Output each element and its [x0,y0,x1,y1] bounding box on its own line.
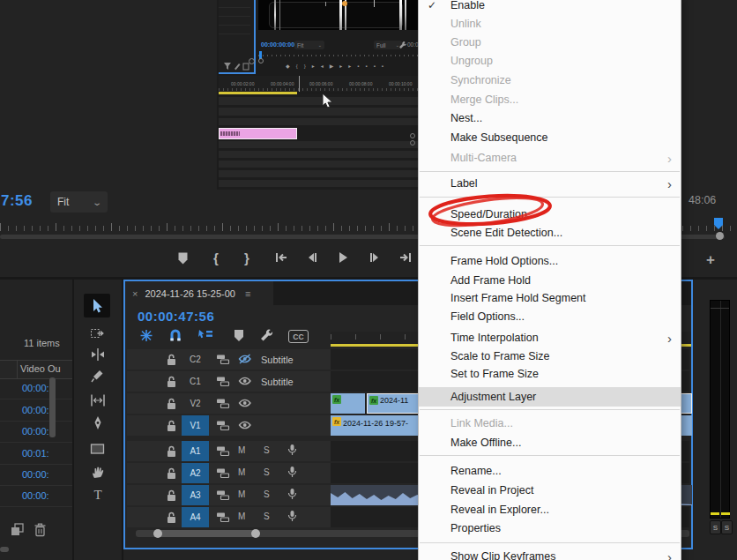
project-row-timecode[interactable]: 00:00: [22,405,49,415]
track-badge[interactable]: A3 [182,485,209,505]
settings-wrench-icon[interactable] [259,328,273,342]
mute-button[interactable]: M [238,467,245,477]
menu-item-label[interactable]: Label› [419,174,681,193]
snap-magnet-icon[interactable] [168,328,182,342]
menu-item-properties[interactable]: Properties [419,519,681,538]
go-to-out-button[interactable] [398,250,413,265]
trash-icon[interactable] [33,521,48,538]
project-row-timecode[interactable]: 00:00: [22,383,49,393]
zoom-handle-right[interactable] [251,529,260,538]
linked-selection-icon[interactable] [197,329,213,342]
menu-item-add-frame-hold[interactable]: Add Frame Hold [419,271,681,290]
track-badge[interactable]: C2 [182,349,209,370]
menu-item-nest[interactable]: Nest... [419,108,681,128]
step-forward-button[interactable] [367,250,383,265]
track-header-c2[interactable]: C2Subtitle [127,349,331,370]
step-back-icon[interactable]: ◂ [321,63,324,69]
mark-out-button[interactable]: } [239,250,255,265]
captions-icon[interactable]: CC [288,330,309,343]
go-to-in-icon[interactable]: ▸ [312,63,315,69]
menu-item-scale-to-frame-size[interactable]: Scale to Frame Size [419,347,681,366]
add-marker-button[interactable] [175,250,190,265]
mini-transport-controls[interactable]: ◆{}▸◂▶▸▸▪▪▪▪ [286,61,418,71]
mini-scrub-knob[interactable] [258,58,264,63]
program-monitor-scrollbar-knob[interactable] [716,232,724,240]
mini-scrubber[interactable] [258,55,418,56]
menu-item-make-subsequence[interactable]: Make Subsequence [419,128,681,147]
compare-icon[interactable]: ▪ [382,63,383,69]
new-item-icon[interactable] [10,522,25,538]
mark-in-button[interactable]: { [208,250,224,265]
menu-item-rename[interactable]: Rename... [419,461,681,481]
track-badge[interactable]: C1 [182,371,209,392]
go-to-in-button[interactable] [273,250,289,265]
type-tool[interactable]: T [88,486,108,504]
project-column-header[interactable]: Video Ou [0,360,72,379]
solo-button[interactable]: S [264,467,270,477]
mini-settings-wrench-icon[interactable] [398,41,406,49]
track-header-a3[interactable]: A3MS [127,485,331,505]
play-icon[interactable]: ▶ [330,63,334,69]
go-to-out-icon[interactable]: ▸ [348,63,351,69]
menu-item-set-to-frame-size[interactable]: Set to Frame Size [419,364,681,384]
menu-item-frame-hold-options[interactable]: Frame Hold Options... [419,251,681,271]
step-back-button[interactable] [304,250,320,265]
menu-item-reveal-in-project[interactable]: Reveal in Project [419,481,681,500]
sequence-tab[interactable]: × 2024-11-26 15-25-00 ≡ [125,281,273,305]
pink-caption-clip[interactable] [219,128,297,139]
menu-item-speed-duration[interactable]: Speed/Duration... [419,205,681,224]
menu-item-enable[interactable]: ✓Enable [419,0,681,15]
add-marker-icon[interactable] [233,329,245,342]
mute-button[interactable]: M [238,511,245,521]
mark-in-icon[interactable]: { [296,63,298,69]
mini-scroll-dot[interactable] [410,140,415,146]
solo-button[interactable]: S [264,445,270,455]
mini-zoom-dropdown[interactable]: Fit⌄ [294,41,324,49]
zoom-handle-left[interactable] [153,529,162,538]
selection-tool[interactable] [84,294,110,317]
mini-panel-footer-icons[interactable] [224,63,250,71]
track-badge[interactable]: V1 [182,415,209,436]
play-button[interactable] [335,250,351,265]
project-hscroll[interactable] [0,547,9,552]
project-row-timecode[interactable]: 00:01: [22,448,49,459]
solo-right-button[interactable]: S [721,520,733,534]
menu-item-show-clip-keyframes[interactable]: Show Clip Keyframes› [419,547,681,560]
track-header-a1[interactable]: A1MS [127,441,331,461]
video-clip[interactable]: fx [331,393,365,414]
pen-tool[interactable] [88,414,108,430]
mute-button[interactable]: M [238,445,245,455]
track-select-forward-tool[interactable] [88,325,108,342]
menu-item-scene-edit-detection[interactable]: Scene Edit Detection... [419,223,681,243]
solo-button[interactable]: S [264,489,270,499]
menu-item-make-offline[interactable]: Make Offline... [419,433,681,452]
menu-item-adjustment-layer[interactable]: Adjustment Layer [419,387,681,407]
mark-out-icon[interactable]: } [304,63,306,69]
track-badge[interactable]: A1 [182,441,209,461]
mute-button[interactable]: M [238,489,245,499]
project-row-timecode[interactable]: 00:00: [22,469,49,480]
track-header-a4[interactable]: A4MS [127,507,331,527]
lift-icon[interactable]: ▪ [357,63,359,69]
menu-item-field-options[interactable]: Field Options... [419,307,681,326]
close-icon[interactable]: × [132,288,138,299]
hand-tool[interactable] [88,464,108,481]
step-forward-icon[interactable]: ▸ [339,63,342,69]
track-header-c1[interactable]: C1Subtitle [127,371,331,392]
project-row-timecode[interactable]: 00:00: [22,490,49,501]
menu-item-time-interpolation[interactable]: Time Interpolation› [419,328,681,347]
track-header-v2[interactable]: V2 [127,393,331,414]
track-header-v1[interactable]: V1 [127,415,331,436]
track-badge[interactable]: A4 [182,507,209,527]
rectangle-tool[interactable] [88,441,108,457]
track-header-a2[interactable]: A2MS [127,463,331,483]
mini-time-ruler[interactable]: 00:00:02:0000:00:04:0000:00:06:0000:00:0… [219,76,418,92]
solo-left-button[interactable]: S [710,520,721,534]
button-editor-plus-button[interactable]: + [706,251,715,269]
mini-scroll-dot[interactable] [410,133,415,138]
project-scrollbar-thumb[interactable] [49,377,56,437]
track-badge[interactable]: V2 [182,393,209,414]
zoom-level-dropdown[interactable]: Fit ⌄ [50,191,108,213]
razor-tool[interactable] [88,368,108,384]
extract-icon[interactable]: ▪ [365,63,367,69]
